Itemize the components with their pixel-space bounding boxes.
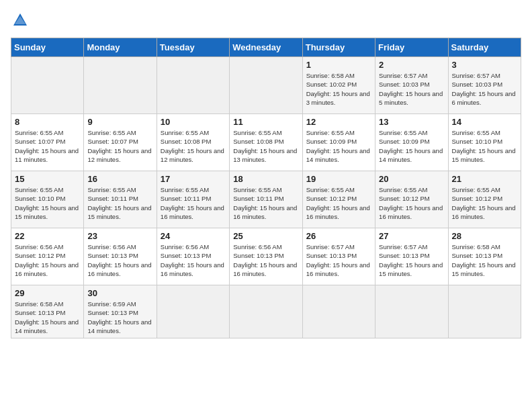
day-number: 26 [306,231,371,241]
day-number: 14 [452,117,517,127]
day-number: 15 [15,174,80,184]
day-info: Sunrise: 6:55 AMSunset: 10:08 PMDaylight… [233,128,298,164]
day-number: 19 [306,174,371,184]
day-number: 24 [161,231,226,241]
day-number: 11 [233,117,298,127]
day-number: 22 [15,231,80,241]
svg-marker-1 [15,16,26,24]
day-number: 17 [161,174,226,184]
col-header-sunday: Sunday [11,38,84,57]
calendar-cell [230,285,302,338]
calendar-cell: 13Sunrise: 6:55 AMSunset: 10:09 PMDaylig… [375,114,448,171]
day-number: 16 [87,174,152,184]
calendar-week-row: 8Sunrise: 6:55 AMSunset: 10:07 PMDayligh… [11,114,521,171]
calendar-cell: 9Sunrise: 6:55 AMSunset: 10:07 PMDayligh… [84,114,157,171]
day-info: Sunrise: 6:55 AMSunset: 10:11 PMDaylight… [233,185,298,221]
calendar-cell: 30Sunrise: 6:59 AMSunset: 10:13 PMDaylig… [84,285,157,338]
calendar-cell: 3Sunrise: 6:57 AMSunset: 10:03 PMDayligh… [448,57,521,114]
day-info: Sunrise: 6:58 AMSunset: 10:13 PMDaylight… [15,300,80,335]
day-info: Sunrise: 6:58 AMSunset: 10:13 PMDaylight… [452,242,517,278]
calendar-cell: 22Sunrise: 6:56 AMSunset: 10:12 PMDaylig… [11,228,84,285]
calendar-cell [448,285,521,338]
day-number: 23 [87,231,152,241]
calendar-cell: 25Sunrise: 6:56 AMSunset: 10:13 PMDaylig… [230,228,302,285]
day-number: 2 [379,60,444,70]
day-info: Sunrise: 6:58 AMSunset: 10:02 PMDaylight… [306,71,371,107]
day-info: Sunrise: 6:55 AMSunset: 10:09 PMDaylight… [379,128,444,164]
day-number: 25 [233,231,298,241]
calendar-cell: 29Sunrise: 6:58 AMSunset: 10:13 PMDaylig… [11,285,84,338]
day-number: 8 [15,117,80,127]
calendar-cell: 24Sunrise: 6:56 AMSunset: 10:13 PMDaylig… [157,228,229,285]
day-number: 9 [87,117,152,127]
calendar-cell: 1Sunrise: 6:58 AMSunset: 10:02 PMDayligh… [302,57,375,114]
day-info: Sunrise: 6:57 AMSunset: 10:03 PMDaylight… [379,71,444,107]
day-number: 18 [233,174,298,184]
day-info: Sunrise: 6:59 AMSunset: 10:13 PMDaylight… [87,300,152,335]
calendar-cell: 26Sunrise: 6:57 AMSunset: 10:13 PMDaylig… [302,228,375,285]
day-info: Sunrise: 6:57 AMSunset: 10:13 PMDaylight… [379,242,444,278]
day-info: Sunrise: 6:57 AMSunset: 10:13 PMDaylight… [306,242,371,278]
calendar-cell: 18Sunrise: 6:55 AMSunset: 10:11 PMDaylig… [230,171,302,228]
day-number: 20 [379,174,444,184]
calendar-cell [84,57,157,114]
calendar-cell: 11Sunrise: 6:55 AMSunset: 10:08 PMDaylig… [230,114,302,171]
day-number: 3 [452,60,517,70]
day-info: Sunrise: 6:55 AMSunset: 10:09 PMDaylight… [306,128,371,164]
day-number: 29 [15,288,80,298]
header-row: SundayMondayTuesdayWednesdayThursdayFrid… [11,38,521,57]
day-info: Sunrise: 6:55 AMSunset: 10:07 PMDaylight… [87,128,152,164]
day-number: 21 [452,174,517,184]
calendar-cell [157,285,229,338]
col-header-thursday: Thursday [302,38,375,57]
col-header-wednesday: Wednesday [230,38,302,57]
calendar-cell: 16Sunrise: 6:55 AMSunset: 10:11 PMDaylig… [84,171,157,228]
calendar-cell: 19Sunrise: 6:55 AMSunset: 10:12 PMDaylig… [302,171,375,228]
col-header-friday: Friday [375,38,448,57]
calendar-cell: 12Sunrise: 6:55 AMSunset: 10:09 PMDaylig… [302,114,375,171]
calendar-cell [375,285,448,338]
calendar-cell [230,57,302,114]
day-info: Sunrise: 6:55 AMSunset: 10:11 PMDaylight… [161,185,226,221]
page-header [11,11,521,30]
calendar-cell: 14Sunrise: 6:55 AMSunset: 10:10 PMDaylig… [448,114,521,171]
day-info: Sunrise: 6:55 AMSunset: 10:10 PMDaylight… [452,128,517,164]
day-number: 10 [161,117,226,127]
day-number: 30 [87,288,152,298]
calendar-cell: 17Sunrise: 6:55 AMSunset: 10:11 PMDaylig… [157,171,229,228]
calendar-cell: 20Sunrise: 6:55 AMSunset: 10:12 PMDaylig… [375,171,448,228]
calendar-cell [157,57,229,114]
calendar-week-row: 22Sunrise: 6:56 AMSunset: 10:12 PMDaylig… [11,228,521,285]
calendar-cell: 23Sunrise: 6:56 AMSunset: 10:13 PMDaylig… [84,228,157,285]
day-info: Sunrise: 6:55 AMSunset: 10:12 PMDaylight… [306,185,371,221]
day-info: Sunrise: 6:55 AMSunset: 10:07 PMDaylight… [15,128,80,164]
calendar-cell: 10Sunrise: 6:55 AMSunset: 10:08 PMDaylig… [157,114,229,171]
logo-icon [11,11,30,30]
calendar-week-row: 1Sunrise: 6:58 AMSunset: 10:02 PMDayligh… [11,57,521,114]
calendar-cell: 27Sunrise: 6:57 AMSunset: 10:13 PMDaylig… [375,228,448,285]
day-number: 27 [379,231,444,241]
day-info: Sunrise: 6:56 AMSunset: 10:13 PMDaylight… [161,242,226,278]
calendar-cell [11,57,84,114]
day-info: Sunrise: 6:57 AMSunset: 10:03 PMDaylight… [452,71,517,107]
calendar-cell: 2Sunrise: 6:57 AMSunset: 10:03 PMDayligh… [375,57,448,114]
calendar-cell: 8Sunrise: 6:55 AMSunset: 10:07 PMDayligh… [11,114,84,171]
day-info: Sunrise: 6:55 AMSunset: 10:12 PMDaylight… [379,185,444,221]
day-info: Sunrise: 6:55 AMSunset: 10:10 PMDaylight… [15,185,80,221]
day-info: Sunrise: 6:55 AMSunset: 10:08 PMDaylight… [161,128,226,164]
calendar-cell: 21Sunrise: 6:55 AMSunset: 10:12 PMDaylig… [448,171,521,228]
calendar-week-row: 29Sunrise: 6:58 AMSunset: 10:13 PMDaylig… [11,285,521,338]
day-info: Sunrise: 6:56 AMSunset: 10:13 PMDaylight… [87,242,152,278]
calendar-cell [302,285,375,338]
logo [11,11,32,30]
day-info: Sunrise: 6:55 AMSunset: 10:12 PMDaylight… [452,185,517,221]
day-number: 13 [379,117,444,127]
calendar-week-row: 15Sunrise: 6:55 AMSunset: 10:10 PMDaylig… [11,171,521,228]
calendar-cell: 15Sunrise: 6:55 AMSunset: 10:10 PMDaylig… [11,171,84,228]
col-header-monday: Monday [84,38,157,57]
calendar-cell: 28Sunrise: 6:58 AMSunset: 10:13 PMDaylig… [448,228,521,285]
day-info: Sunrise: 6:56 AMSunset: 10:12 PMDaylight… [15,242,80,278]
day-number: 1 [306,60,371,70]
day-number: 12 [306,117,371,127]
col-header-saturday: Saturday [448,38,521,57]
